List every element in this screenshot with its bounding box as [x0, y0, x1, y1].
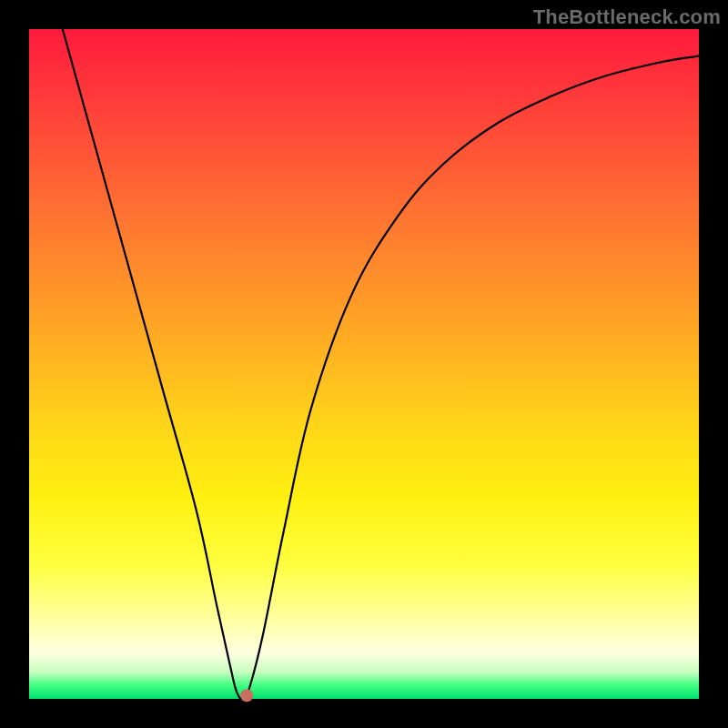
plot-area: [29, 29, 699, 699]
minimum-marker: [240, 689, 253, 702]
curve-line: [63, 29, 699, 699]
chart-svg: [29, 29, 699, 699]
chart-container: TheBottleneck.com: [0, 0, 728, 728]
watermark-text: TheBottleneck.com: [533, 5, 721, 29]
